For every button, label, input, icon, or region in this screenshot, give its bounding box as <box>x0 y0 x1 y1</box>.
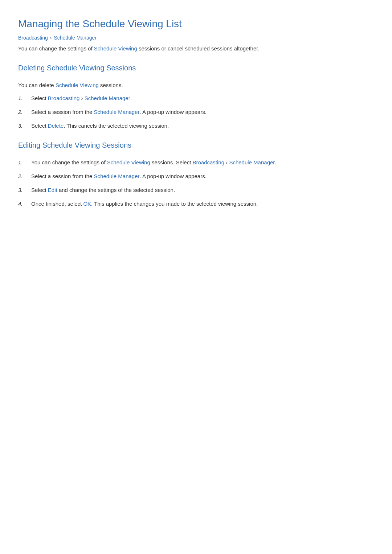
edit-step-3-content: Select Edit and change the settings of t… <box>31 186 374 194</box>
delete-step-1-highlight1: Broadcasting <box>48 95 80 101</box>
delete-step-1-highlight2: Schedule Manager <box>85 95 130 101</box>
edit-step-1-content: You can change the settings of Schedule … <box>31 158 374 167</box>
edit-step-1-separator: › <box>224 159 229 165</box>
section-delete: Deleting Schedule Viewing Sessions You c… <box>18 64 374 130</box>
delete-step-3: 3. Select Delete. This cancels the selec… <box>18 122 374 130</box>
intro-highlight-schedule-viewing: Schedule Viewing <box>94 45 137 52</box>
edit-step-4-content: Once finished, select OK. This applies t… <box>31 200 374 208</box>
delete-step-3-number: 3. <box>18 122 31 130</box>
edit-step-2: 2. Select a session from the Schedule Ma… <box>18 172 374 181</box>
edit-step-2-after: . A pop-up window appears. <box>140 173 207 179</box>
delete-step-2-after: . A pop-up window appears. <box>140 109 207 115</box>
intro-paragraph: You can change the settings of Schedule … <box>18 44 374 53</box>
delete-step-2: 2. Select a session from the Schedule Ma… <box>18 108 374 116</box>
breadcrumb-schedule-manager[interactable]: Schedule Manager <box>54 35 97 41</box>
delete-step-2-number: 2. <box>18 108 31 116</box>
delete-step-1-content: Select Broadcasting › Schedule Manager. <box>31 94 374 103</box>
edit-step-1-after: . <box>275 159 276 165</box>
delete-step-2-before: Select a session from the <box>31 109 94 115</box>
edit-steps-list: 1. You can change the settings of Schedu… <box>18 158 374 208</box>
edit-step-4: 4. Once finished, select OK. This applie… <box>18 200 374 208</box>
delete-step-1: 1. Select Broadcasting › Schedule Manage… <box>18 94 374 103</box>
edit-step-2-before: Select a session from the <box>31 173 94 179</box>
delete-intro-highlight: Schedule Viewing <box>56 82 99 88</box>
edit-step-4-after: . This applies the changes you made to t… <box>91 201 258 207</box>
breadcrumb: Broadcasting › Schedule Manager <box>18 35 374 41</box>
delete-step-3-content: Select Delete. This cancels the selected… <box>31 122 374 130</box>
delete-step-1-after: . <box>130 95 132 101</box>
delete-step-2-highlight1: Schedule Manager <box>94 109 140 115</box>
edit-step-1-number: 1. <box>18 158 31 167</box>
delete-step-3-before: Select <box>31 123 48 129</box>
edit-step-1-highlight1: Schedule Viewing <box>107 159 150 165</box>
edit-step-3-highlight1: Edit <box>48 187 57 193</box>
edit-step-1: 1. You can change the settings of Schedu… <box>18 158 374 167</box>
intro-text-after: sessions or cancel scheduled sessions al… <box>137 45 260 52</box>
edit-step-2-highlight1: Schedule Manager <box>94 173 140 179</box>
edit-step-2-content: Select a session from the Schedule Manag… <box>31 172 374 181</box>
section-edit: Editing Schedule Viewing Sessions 1. You… <box>18 141 374 208</box>
edit-step-2-number: 2. <box>18 172 31 181</box>
delete-step-2-content: Select a session from the Schedule Manag… <box>31 108 374 116</box>
delete-step-3-highlight1: Delete <box>48 123 64 129</box>
edit-step-3-number: 3. <box>18 186 31 194</box>
page-title: Managing the Schedule Viewing List <box>18 18 374 30</box>
edit-step-3: 3. Select Edit and change the settings o… <box>18 186 374 194</box>
delete-step-3-after: . This cancels the selected viewing sess… <box>64 123 169 129</box>
edit-step-1-mid: sessions. Select <box>150 159 193 165</box>
edit-step-1-highlight2: Broadcasting <box>192 159 224 165</box>
breadcrumb-separator: › <box>50 35 52 41</box>
delete-step-1-before: Select <box>31 95 48 101</box>
edit-step-1-highlight3: Schedule Manager <box>229 159 275 165</box>
section-edit-title: Editing Schedule Viewing Sessions <box>18 141 374 152</box>
edit-step-1-before: You can change the settings of <box>31 159 107 165</box>
delete-step-1-number: 1. <box>18 94 31 103</box>
breadcrumb-broadcasting[interactable]: Broadcasting <box>18 35 48 41</box>
delete-intro-before: You can delete <box>18 82 56 88</box>
edit-step-3-after: and change the settings of the selected … <box>57 187 175 193</box>
edit-step-4-highlight1: OK <box>83 201 91 207</box>
edit-step-4-before: Once finished, select <box>31 201 83 207</box>
section-delete-title: Deleting Schedule Viewing Sessions <box>18 64 374 75</box>
delete-step-1-separator: › <box>79 95 84 101</box>
delete-steps-list: 1. Select Broadcasting › Schedule Manage… <box>18 94 374 130</box>
edit-step-4-number: 4. <box>18 200 31 208</box>
delete-intro-after: sessions. <box>99 82 123 88</box>
section-delete-intro: You can delete Schedule Viewing sessions… <box>18 81 374 90</box>
edit-step-3-before: Select <box>31 187 48 193</box>
intro-text-before: You can change the settings of <box>18 45 94 52</box>
